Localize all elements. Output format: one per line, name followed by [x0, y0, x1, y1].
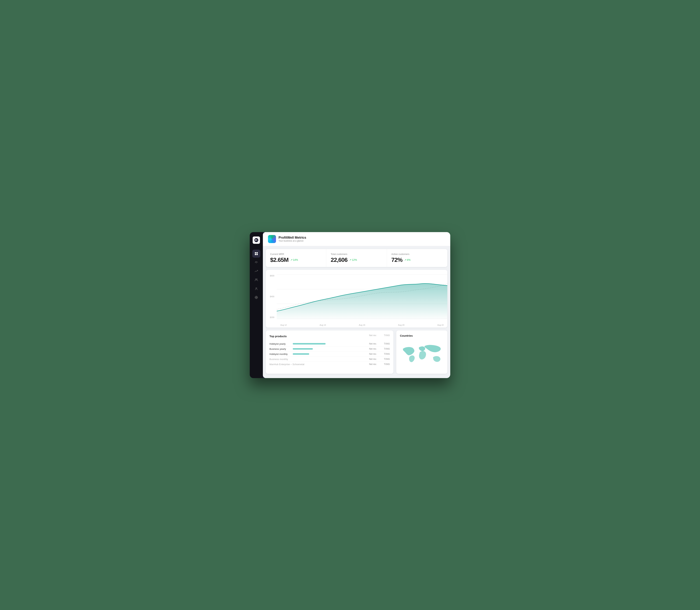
sidebar-item-layers[interactable] [252, 293, 260, 302]
sidebar-item-users[interactable] [252, 285, 260, 293]
metric-change-active: 4% [404, 258, 411, 261]
chart-x-labels: Aug 12 Aug 14 Aug 16 Aug 20 Aug 22 [277, 324, 447, 326]
table-row: Hobbyist monthly Net rev. TXNS [269, 352, 390, 357]
app-logo[interactable]: Pi [253, 237, 260, 244]
app-icon [268, 235, 276, 243]
svg-rect-5 [256, 254, 258, 255]
netrev-value-2: Net rev. [369, 353, 377, 355]
sidebar-item-gauge[interactable] [252, 258, 260, 267]
metric-card-active: Active customers 72% 4% [387, 249, 447, 267]
chart-y-label-400: $400 [266, 295, 276, 298]
col-header-netrev: Net rev. [369, 334, 377, 337]
product-name-business-yearly: Business yearly [269, 348, 291, 350]
table-row: ManHub Enterprise – Schoenetal Net rev. … [269, 362, 390, 367]
product-bar-business-yearly [293, 348, 313, 350]
metrics-row: Current MRR $2.65M 14% Total customers 2… [266, 249, 447, 267]
chart-x-label-4: Aug 22 [437, 324, 444, 326]
metric-value-row-mrr: $2.65M 14% [270, 257, 322, 263]
chart-x-label-2: Aug 16 [359, 324, 365, 326]
product-name-cell: Business monthly [269, 358, 368, 360]
sidebar-item-trend[interactable] [252, 267, 260, 275]
chart-x-label-1: Aug 14 [319, 324, 326, 326]
table-value-cols: Net rev. TXNS [368, 342, 390, 345]
chart-y-labels: $600 $400 $200 [266, 273, 276, 320]
netrev-value-1: Net rev. [369, 348, 377, 350]
product-name-cell: Business yearly [269, 348, 368, 350]
svg-rect-3 [256, 252, 258, 254]
svg-point-9 [256, 288, 257, 289]
table-row: Business monthly Net rev. TXNS [269, 357, 390, 362]
product-bar-hobbyist-monthly [293, 353, 309, 355]
table-header-row: Top products Net rev. TXNS [269, 334, 390, 338]
txns-value-3: TXNS [384, 358, 390, 360]
main-content: ProfitWell Metrics Your business at a gl… [263, 232, 450, 378]
chart-x-label-0: Aug 12 [280, 324, 287, 326]
svg-point-8 [256, 279, 257, 279]
col-header-txns: TXNS [384, 334, 390, 337]
metric-change-mrr: 14% [290, 258, 298, 261]
table-value-cols: Net rev. TXNS [368, 363, 390, 366]
svg-point-6 [256, 262, 256, 263]
txns-value-1: TXNS [384, 348, 390, 350]
products-table: Top products Net rev. TXNS Hobbyist year… [266, 331, 394, 374]
txns-value-4: TXNS [384, 363, 390, 366]
app-title-group: ProfitWell Metrics Your business at a gl… [279, 236, 306, 242]
svg-text:Pi: Pi [255, 239, 257, 242]
sidebar-item-groups[interactable] [252, 276, 260, 284]
txns-value-0: TXNS [384, 342, 390, 345]
countries-card: Countries [396, 331, 447, 374]
product-bar-container: ManHub Enterprise – Schoenetal [269, 363, 368, 366]
app-header: ProfitWell Metrics Your business at a gl… [263, 232, 450, 246]
chart-y-label-600: $600 [266, 275, 276, 277]
screen-container: Pi [250, 232, 450, 378]
sidebar: Pi [250, 232, 263, 378]
svg-point-7 [255, 279, 256, 279]
product-name-cell: Hobbyist monthly [269, 353, 368, 355]
table-row: Business yearly Net rev. TXNS [269, 347, 390, 352]
table-row: Hobbyist yearly Net rev. TXNS [269, 341, 390, 347]
metric-value-row-active: 72% 4% [391, 257, 443, 263]
txns-value-2: TXNS [384, 353, 390, 355]
metric-value-customers: 22,606 [331, 257, 347, 263]
product-name-hobbyist-yearly: Hobbyist yearly [269, 342, 291, 345]
world-map [400, 340, 444, 369]
metric-value-active: 72% [391, 257, 402, 263]
svg-rect-2 [255, 252, 256, 254]
product-bar-container: Business yearly [269, 348, 368, 350]
svg-rect-4 [255, 254, 256, 255]
metric-change-customers: 12% [349, 258, 357, 261]
bottom-section: Top products Net rev. TXNS Hobbyist year… [266, 331, 447, 374]
metric-value-mrr: $2.65M [270, 257, 288, 263]
product-name-cell: ManHub Enterprise – Schoenetal [269, 363, 368, 366]
netrev-value-3: Net rev. [369, 358, 377, 360]
netrev-value-0: Net rev. [369, 342, 377, 345]
app-subtitle: Your business at a glance [279, 240, 306, 242]
chart-x-label-3: Aug 20 [398, 324, 404, 326]
product-name-business-monthly: Business monthly [269, 358, 291, 360]
metric-label-customers: Total customers [331, 253, 382, 255]
product-bar-container: Business monthly [269, 358, 368, 360]
chart-svg [277, 273, 447, 320]
products-title: Top products [269, 335, 287, 338]
chart-y-label-200: $200 [266, 316, 276, 318]
metric-label-mrr: Current MRR [270, 253, 322, 255]
product-name-cell: Hobbyist yearly [269, 342, 368, 345]
countries-title: Countries [400, 334, 444, 337]
table-column-headers: Net rev. TXNS [369, 334, 390, 337]
product-bar-container: Hobbyist monthly [269, 353, 368, 355]
app-title: ProfitWell Metrics [279, 236, 306, 240]
table-value-cols: Net rev. TXNS [368, 358, 390, 360]
product-name-hobbyist-monthly: Hobbyist monthly [269, 353, 291, 355]
sidebar-item-dashboard[interactable] [252, 250, 260, 258]
chart-area: $600 $400 $200 [266, 273, 447, 327]
table-value-cols: Net rev. TXNS [368, 353, 390, 355]
product-name-manhub: ManHub Enterprise – Schoenetal [269, 363, 304, 366]
metric-card-customers: Total customers 22,606 12% [326, 249, 387, 267]
metric-card-mrr: Current MRR $2.65M 14% [266, 249, 326, 267]
table-value-cols: Net rev. TXNS [368, 348, 390, 350]
chart-container: $600 $400 $200 [266, 270, 447, 327]
metric-label-active: Active customers [391, 253, 443, 255]
product-bar-container: Hobbyist yearly [269, 342, 368, 345]
product-bar-hobbyist-yearly [293, 343, 326, 344]
sidebar-nav [250, 250, 263, 302]
